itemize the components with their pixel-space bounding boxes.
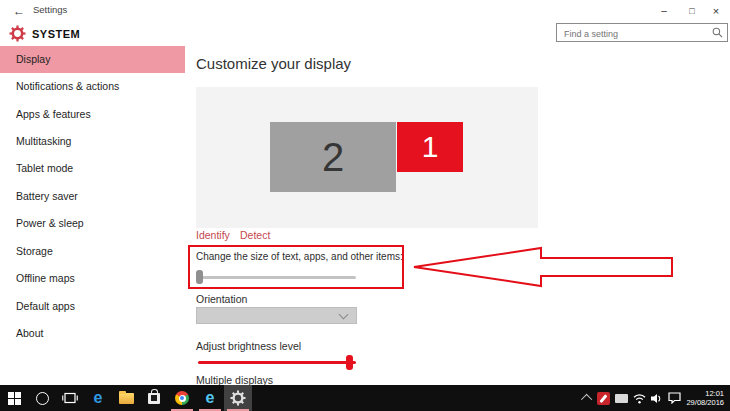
chrome-button[interactable]	[168, 385, 196, 411]
sidebar-item-tablet-mode[interactable]: Tablet mode	[0, 155, 185, 182]
titlebar: ← Settings – □ ×	[0, 0, 730, 22]
internet-explorer-icon: e	[206, 390, 215, 406]
sidebar-item-display[interactable]: Display	[0, 46, 185, 73]
search-box	[556, 23, 728, 42]
minimize-button[interactable]: –	[650, 0, 678, 22]
store-icon	[148, 393, 160, 404]
touch-keyboard-icon[interactable]	[615, 394, 628, 403]
sidebar-item-default-apps[interactable]: Default apps	[0, 293, 185, 320]
sidebar-item-about[interactable]: About	[0, 320, 185, 347]
search-input[interactable]	[562, 25, 711, 42]
sidebar-item-offline-maps[interactable]: Offline maps	[0, 265, 185, 292]
action-center-icon[interactable]	[668, 392, 681, 404]
task-view-button[interactable]	[56, 385, 84, 411]
edge-icon: e	[94, 390, 103, 406]
back-arrow-icon[interactable]: ←	[8, 2, 30, 20]
sidebar-item-storage[interactable]: Storage	[0, 238, 185, 265]
chevron-down-icon	[339, 310, 349, 320]
wifi-icon[interactable]	[633, 393, 646, 404]
identify-link[interactable]: Identify	[196, 229, 230, 241]
antivirus-tray-icon[interactable]	[597, 392, 610, 405]
monitor-2[interactable]: 2	[270, 122, 396, 192]
sidebar-item-notifications[interactable]: Notifications & actions	[0, 73, 185, 100]
sidebar-item-apps-features[interactable]: Apps & features	[0, 101, 185, 128]
orientation-label: Orientation	[196, 293, 247, 305]
start-button[interactable]	[0, 385, 28, 411]
clock-time: 12:01	[686, 389, 724, 398]
section-heading: Customize your display	[196, 55, 351, 72]
sidebar-item-power-sleep[interactable]: Power & sleep	[0, 210, 185, 237]
system-tray: 12:01 29/08/2016	[584, 385, 724, 411]
search-icon[interactable]	[712, 27, 723, 38]
system-gear-icon	[9, 25, 26, 42]
monitor-1[interactable]: 1	[397, 122, 463, 172]
orientation-dropdown[interactable]	[196, 307, 357, 324]
file-explorer-button[interactable]	[112, 385, 140, 411]
clock[interactable]: 12:01 29/08/2016	[686, 389, 724, 407]
page-title: SYSTEM	[32, 28, 80, 40]
close-button[interactable]: ×	[702, 0, 730, 22]
settings-gear-icon	[230, 390, 246, 406]
clock-date: 29/08/2016	[686, 398, 724, 407]
detect-link[interactable]: Detect	[240, 229, 270, 241]
settings-taskbar-button[interactable]	[224, 385, 252, 411]
app-title: Settings	[33, 4, 67, 15]
sidebar-item-battery-saver[interactable]: Battery saver	[0, 183, 185, 210]
brightness-slider-thumb[interactable]	[346, 355, 353, 370]
cortana-button[interactable]	[28, 385, 56, 411]
brightness-label: Adjust brightness level	[196, 340, 301, 352]
cortana-icon	[36, 392, 49, 405]
annotation-highlight-box	[188, 245, 404, 289]
brightness-slider[interactable]	[198, 361, 356, 364]
windows-logo-icon	[8, 392, 21, 405]
file-explorer-icon	[119, 393, 134, 404]
sidebar-item-multitasking[interactable]: Multitasking	[0, 128, 185, 155]
chrome-icon	[175, 391, 189, 405]
store-button[interactable]	[140, 385, 168, 411]
annotation-arrow-icon	[409, 244, 675, 290]
task-view-icon	[62, 392, 78, 404]
internet-explorer-button[interactable]: e	[196, 385, 224, 411]
edge-button[interactable]: e	[84, 385, 112, 411]
volume-icon[interactable]	[651, 393, 663, 404]
